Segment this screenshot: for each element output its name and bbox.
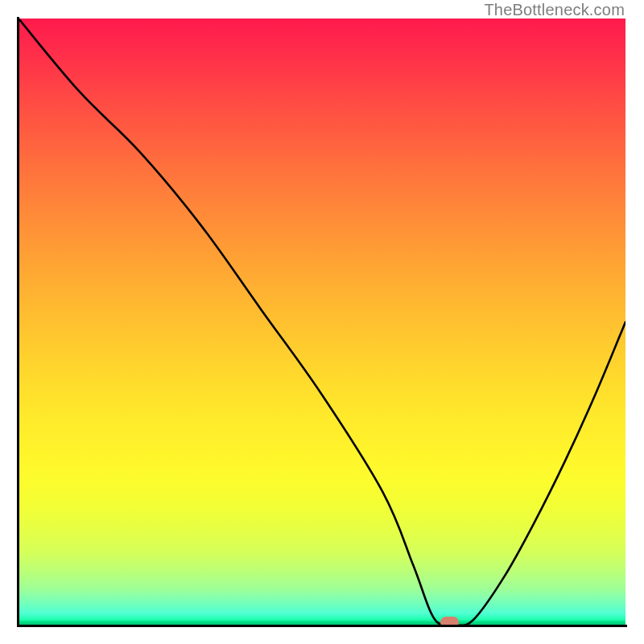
- x-axis: [17, 625, 627, 627]
- y-axis: [17, 17, 19, 627]
- chart-frame: [17, 17, 627, 627]
- bottleneck-curve: [19, 19, 625, 625]
- plot-area: [19, 19, 625, 625]
